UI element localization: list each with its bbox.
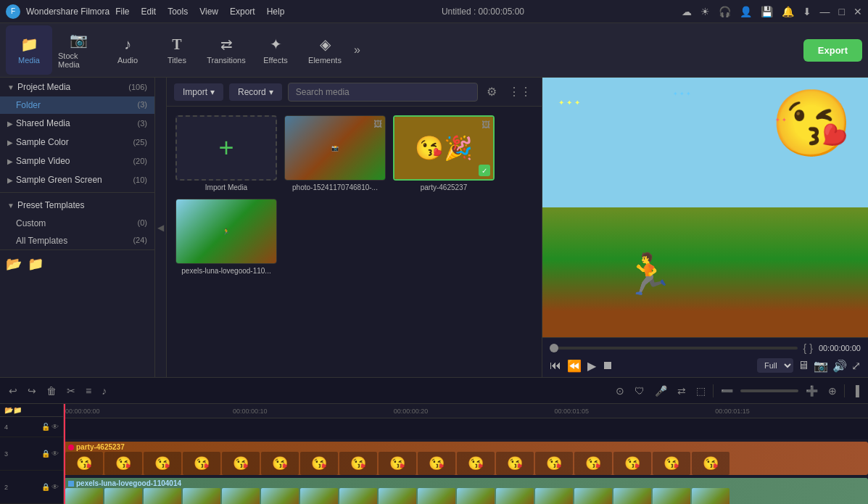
export-button[interactable]: Export <box>803 39 862 62</box>
import-button[interactable]: Import ▾ <box>174 83 223 101</box>
collapse-panel-btn[interactable]: ◀ <box>155 78 167 377</box>
add-folder-track-btn[interactable]: 📁 <box>13 406 22 414</box>
toolbar-stock-media[interactable]: 📷 Stock Media <box>55 25 102 75</box>
minimize-btn[interactable]: — <box>820 6 830 17</box>
menu-file[interactable]: File <box>115 7 129 17</box>
quality-select[interactable]: Full 1/2 1/4 <box>757 358 793 373</box>
menu-edit[interactable]: Edit <box>141 7 157 17</box>
close-btn[interactable]: ✕ <box>853 6 862 17</box>
preview-progress-bar[interactable] <box>550 347 798 350</box>
panel-item-all-templates[interactable]: All Templates (24) <box>0 232 154 249</box>
shared-media-title: Shared Media <box>16 118 70 128</box>
track-v3-lock[interactable]: 🔒 <box>41 450 50 458</box>
zoom-slider[interactable] <box>740 389 798 392</box>
toolbar-effects[interactable]: ✦ Effects <box>252 25 299 75</box>
stop-btn[interactable]: ⏹ <box>602 359 613 372</box>
sample-color-count: (25) <box>133 138 147 146</box>
panel-item-custom[interactable]: Custom (0) <box>0 215 154 232</box>
prev-frame-btn[interactable]: ⏮ <box>550 359 561 372</box>
toolbar-more[interactable]: » <box>354 44 360 57</box>
media-item-pexels[interactable]: 🏃 pexels-luna-lovegood-110... <box>175 199 277 275</box>
zoom-out-btn[interactable]: ➖ <box>718 384 736 398</box>
notification-icon[interactable]: 🔔 <box>782 6 794 17</box>
voiceover-btn[interactable]: 🎤 <box>652 384 670 398</box>
toolbar-audio[interactable]: ♪ Audio <box>104 25 151 75</box>
audio-track-btn[interactable]: ♪ <box>99 384 109 398</box>
record-button[interactable]: Record ▾ <box>229 83 282 101</box>
transitions-icon: ⇄ <box>220 36 233 53</box>
download-icon[interactable]: ⬇ <box>803 6 811 17</box>
track-v4-lock[interactable]: 🔓 <box>41 423 50 431</box>
play-btn[interactable]: ▶ <box>587 359 596 373</box>
custom-count: (0) <box>138 218 147 228</box>
preview-buttons: ⏮ ⏪ ▶ ⏹ Full 1/2 1/4 🖥 📷 🔊 ⤢ <box>550 358 861 373</box>
toolbar-transitions[interactable]: ⇄ Transitions <box>203 25 249 75</box>
search-input[interactable] <box>288 83 478 102</box>
headphone-icon[interactable]: 🎧 <box>719 6 731 17</box>
save-icon[interactable]: 💾 <box>761 6 773 17</box>
pip-btn[interactable]: ⬚ <box>693 384 708 398</box>
track-v2-visible[interactable]: 👁 <box>51 483 59 491</box>
delete-btn[interactable]: 🗑 <box>44 384 59 398</box>
preset-templates-header[interactable]: ▼ Preset Templates <box>0 196 154 215</box>
filter-button[interactable]: ⚙ <box>484 82 500 102</box>
zoom-in-btn[interactable]: ➕ <box>803 384 821 398</box>
import-label: Import <box>183 87 207 97</box>
media-item-photo[interactable]: 📸 🖼 photo-15241170746810-... <box>284 115 386 191</box>
sample-green-chevron: ▶ <box>7 176 13 184</box>
track-clip-pexels[interactable]: pexels-luna-lovegood-1104014 <box>64 478 868 504</box>
sun-icon[interactable]: ☀ <box>700 6 710 17</box>
party-frame-11: 😘 <box>457 452 495 475</box>
panel-item-folder[interactable]: Folder (3) <box>0 96 154 114</box>
menu-export[interactable]: Export <box>230 7 255 17</box>
user-icon[interactable]: 👤 <box>740 6 752 17</box>
new-folder-icon[interactable]: 📂 <box>6 256 22 272</box>
folder-label: Folder <box>16 100 41 110</box>
step-back-btn[interactable]: ⏪ <box>567 359 582 373</box>
fullscreen-btn[interactable]: 🖥 <box>798 359 809 372</box>
preset-templates-chevron: ▼ <box>7 202 15 210</box>
toolbar-titles[interactable]: T Titles <box>154 25 200 75</box>
track-v3-visible[interactable]: 👁 <box>51 450 59 458</box>
toolbar-elements[interactable]: ◈ Elements <box>302 25 348 75</box>
cloud-icon[interactable]: ☁ <box>682 6 692 17</box>
project-media-header[interactable]: ▼ Project Media (106) <box>0 78 154 96</box>
motion-track-btn[interactable]: ⊙ <box>613 384 627 398</box>
snapshot-btn[interactable]: 📷 <box>814 359 828 373</box>
ruler-mark-4: 00:00:01:15 <box>715 408 750 415</box>
import-placeholder[interactable]: + Import Media <box>175 115 277 191</box>
redo-btn[interactable]: ↪ <box>25 384 39 398</box>
cut-btn[interactable]: ✂ <box>64 384 78 398</box>
expand-btn[interactable]: ⤢ <box>851 359 861 373</box>
timeline-playhead[interactable] <box>64 404 65 504</box>
track-v2-lock[interactable]: 🔒 <box>41 483 50 491</box>
swap-btn[interactable]: ⇄ <box>674 384 689 398</box>
preview-controls: { } 00:00:00:00 ⏮ ⏪ ▶ ⏹ Full 1/2 1/4 🖥 <box>542 337 868 377</box>
fit-btn[interactable]: ⊕ <box>825 384 840 398</box>
track-v4-visible[interactable]: 👁 <box>51 423 59 431</box>
undo-btn[interactable]: ↩ <box>6 384 20 398</box>
shared-media-header[interactable]: ▶ Shared Media (3) <box>0 114 154 133</box>
media-item-party[interactable]: 😘🎉 🖼 ✓ party-4625237 <box>393 115 495 191</box>
preview-right-controls: Full 1/2 1/4 🖥 📷 🔊 ⤢ <box>757 358 861 373</box>
add-folder-icon[interactable]: 📁 <box>28 256 44 272</box>
adjust-btn[interactable]: ≡ <box>83 384 94 398</box>
volume-btn[interactable]: 🔊 <box>832 359 847 373</box>
preview-time: 00:00:00:00 <box>819 344 861 352</box>
grid-view-button[interactable]: ⋮⋮ <box>505 82 534 102</box>
sample-green-header[interactable]: ▶ Sample Green Screen (10) <box>0 170 154 189</box>
menu-view[interactable]: View <box>199 7 218 17</box>
preview-video: 🏃 😘 ✦ ✦ ✦ ✦ ✦ ✦ ✦ ✦ <box>542 78 868 337</box>
toolbar-media[interactable]: 📁 Media <box>6 25 52 75</box>
preview-progress-thumb[interactable] <box>550 344 558 352</box>
menu-help[interactable]: Help <box>267 7 285 17</box>
sample-video-header[interactable]: ▶ Sample Video (20) <box>0 152 154 170</box>
panel-toggle-btn[interactable]: ▐ <box>849 384 862 398</box>
sample-color-header[interactable]: ▶ Sample Color (25) <box>0 133 154 152</box>
menu-tools[interactable]: Tools <box>168 7 188 17</box>
mask-btn[interactable]: 🛡 <box>632 384 648 398</box>
track-clip-party[interactable]: party-4625237 😘 😘 😘 😘 😘 😘 😘 😘 😘 😘 😘 <box>64 442 868 475</box>
titles-icon: T <box>172 36 181 53</box>
add-track-btn[interactable]: 📂 <box>4 406 13 414</box>
maximize-btn[interactable]: □ <box>839 6 845 17</box>
